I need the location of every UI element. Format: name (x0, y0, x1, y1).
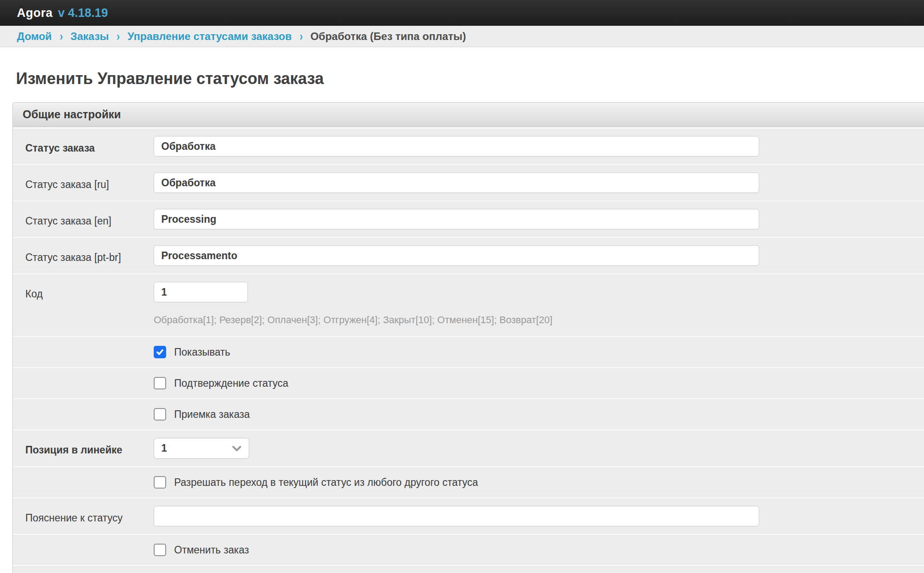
form-row-status-note: Пояснение к статусу (13, 498, 924, 535)
field-area (154, 128, 924, 164)
field-area: Показывать (154, 337, 924, 367)
status-note-input[interactable] (154, 506, 759, 526)
status-en-input[interactable] (154, 209, 759, 229)
checkbox-label: Подтверждение статуса (174, 377, 288, 389)
field-area: Повторить заказ (154, 566, 924, 573)
field-area: 1 (154, 430, 924, 466)
status-pt-br-input[interactable] (154, 245, 759, 266)
form-row-cancel-order: Отменить заказ (13, 535, 924, 566)
field-label (13, 337, 154, 367)
status-input[interactable] (154, 136, 759, 156)
page-title: Изменить Управление статусом заказа (16, 69, 924, 88)
allow-transition-from-any-status-checkbox[interactable] (154, 476, 166, 489)
breadcrumb-separator-icon: › (299, 29, 303, 43)
field-area: Разрешать переход в текущий статус из лю… (154, 467, 924, 497)
chevron-down-icon (232, 445, 242, 452)
status-ru-input[interactable] (154, 172, 759, 193)
field-area: Приемка заказа (154, 399, 924, 429)
field-label: Позиция в линейке (13, 430, 154, 466)
general-settings-module: Общие настройки Статус заказаСтатус зака… (12, 102, 924, 573)
field-area (154, 165, 924, 200)
form-row-order-acceptance: Приемка заказа (13, 399, 924, 430)
app-version: v 4.18.19 (58, 6, 108, 20)
field-label: Статус заказа (13, 128, 154, 164)
form-rows: Статус заказаСтатус заказа [ru]Статус за… (13, 127, 924, 573)
breadcrumb-link[interactable]: Домой (17, 30, 52, 43)
form-row-status-confirmation: Подтверждение статуса (13, 368, 924, 399)
checkbox-label: Показывать (174, 346, 230, 358)
show-checkbox[interactable] (154, 346, 166, 358)
field-label: Статус заказа [ru] (13, 165, 154, 200)
form-row-status-ru: Статус заказа [ru] (13, 165, 924, 201)
checkbox-label: Разрешать переход в текущий статус из лю… (174, 477, 478, 489)
form-row-status-pt-br: Статус заказа [pt-br] (13, 238, 924, 274)
breadcrumb-separator-icon: › (60, 29, 63, 43)
form-row-status: Статус заказа (13, 128, 924, 165)
field-label: Код (13, 274, 154, 336)
breadcrumb-separator-icon: › (116, 29, 119, 43)
field-label: Статус заказа [en] (13, 201, 154, 237)
top-app-bar: Agora v 4.18.19 (0, 0, 924, 26)
chevron-down-icon (232, 445, 242, 452)
order-acceptance-checkbox[interactable] (154, 408, 166, 421)
field-help-text: Обработка[1]; Резерв[2]; Оплачен[3]; Отг… (154, 314, 924, 326)
breadcrumb: Домой›Заказы›Управление статусами заказо… (0, 26, 924, 47)
cancel-order-checkbox[interactable] (154, 544, 166, 556)
field-label (13, 566, 154, 573)
field-label (13, 535, 154, 565)
form-row-code: КодОбработка[1]; Резерв[2]; Оплачен[3]; … (13, 274, 924, 337)
checkmark-icon (155, 348, 164, 357)
field-area (154, 238, 924, 273)
form-row-show: Показывать (13, 337, 924, 368)
breadcrumb-link[interactable]: Заказы (71, 30, 109, 43)
section-header: Общие настройки (13, 103, 924, 127)
field-area: Обработка[1]; Резерв[2]; Оплачен[3]; Отг… (154, 274, 924, 336)
field-area (154, 498, 924, 534)
form-row-position-in-line: Позиция в линейке1 (13, 430, 924, 467)
checkbox-label: Отменить заказ (174, 544, 249, 556)
field-label: Статус заказа [pt-br] (13, 238, 154, 273)
field-area: Подтверждение статуса (154, 368, 924, 398)
field-area: Отменить заказ (154, 535, 924, 565)
form-row-allow-transition-from-any-status: Разрешать переход в текущий статус из лю… (13, 467, 924, 498)
code-input[interactable] (154, 282, 248, 302)
app-logo: Agora (17, 6, 53, 20)
breadcrumb-link[interactable]: Управление статусами заказов (127, 30, 292, 43)
status-confirmation-checkbox[interactable] (154, 377, 166, 389)
select-value: 1 (161, 442, 167, 454)
checkbox-label: Приемка заказа (174, 409, 250, 421)
breadcrumb-current: Обработка (Без типа оплаты) (311, 30, 466, 43)
field-label (13, 368, 154, 398)
position-in-line-select[interactable]: 1 (154, 438, 249, 459)
form-row-status-en: Статус заказа [en] (13, 201, 924, 238)
field-label: Пояснение к статусу (13, 498, 154, 534)
field-label (13, 467, 154, 497)
field-area (154, 201, 924, 237)
field-label (13, 399, 154, 429)
form-row-repeat-order: Повторить заказ (13, 566, 924, 573)
